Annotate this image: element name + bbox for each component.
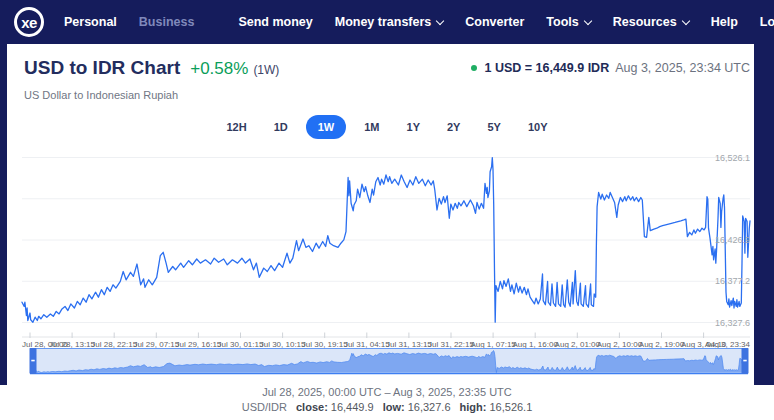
price-chart[interactable]: Jul 28, 00:00Jul 28, 13:15Jul 28, 22:15J… bbox=[0, 147, 774, 348]
nav-item-login[interactable]: Login bbox=[760, 15, 774, 29]
close-label: close: bbox=[296, 401, 328, 413]
range-button-1m[interactable]: 1M bbox=[355, 115, 388, 139]
range-button-1d[interactable]: 1D bbox=[265, 115, 297, 139]
range-button-1y[interactable]: 1Y bbox=[398, 115, 429, 139]
nav-item-resources-label: Resources bbox=[613, 15, 677, 29]
range-button-2y[interactable]: 2Y bbox=[438, 115, 469, 139]
chart-ohlc-summary: USD/IDR close:16,449.9 low:16,327.6 high… bbox=[0, 401, 774, 413]
x-axis-label: Aug 3, 23:34 bbox=[705, 340, 751, 348]
y-axis-label: 16,526.1 bbox=[715, 153, 750, 163]
page-subtitle: US Dollar to Indonesian Rupiah bbox=[24, 89, 178, 101]
live-rate-value: 1 USD = 16,449.9 IDR bbox=[484, 61, 609, 75]
xe-logo[interactable]: xe bbox=[14, 7, 44, 37]
live-rate-timestamp: Aug 3, 2025, 23:34 UTC bbox=[615, 61, 750, 75]
handle-grip-icon bbox=[31, 360, 34, 362]
x-axis-label: Jul 29, 16:15 bbox=[175, 340, 221, 348]
x-axis-label: Jul 30, 19:15 bbox=[302, 340, 348, 348]
nav-item-tools[interactable]: Tools bbox=[546, 15, 590, 29]
x-axis-label: Jul 31, 22:15 bbox=[428, 340, 474, 348]
nav-item-money-transfers[interactable]: Money transfers bbox=[335, 15, 444, 29]
close-value: 16,449.9 bbox=[331, 401, 374, 413]
handle-grip-icon bbox=[743, 360, 746, 362]
range-selector: 12H 1D 1W 1M 1Y 2Y 5Y 10Y bbox=[0, 113, 774, 141]
y-axis-label: 16,327.6 bbox=[715, 318, 750, 328]
x-axis-label: Jul 28, 13:15 bbox=[49, 340, 95, 348]
y-axis-label: 16,377.2 bbox=[715, 276, 750, 286]
nav-item-resources[interactable]: Resources bbox=[613, 15, 689, 29]
nav-item-tools-label: Tools bbox=[546, 15, 578, 29]
y-axis-label: 16,426.9 bbox=[715, 235, 750, 245]
live-rate: 1 USD = 16,449.9 IDR Aug 3, 2025, 23:34 … bbox=[471, 61, 750, 75]
chevron-down-icon bbox=[436, 16, 444, 24]
x-axis-label: Aug 2, 10:00 bbox=[597, 340, 643, 348]
chevron-down-icon bbox=[584, 16, 592, 24]
x-axis-label: Jul 30, 01:15 bbox=[218, 340, 264, 348]
low-label: low: bbox=[383, 401, 405, 413]
range-button-12h[interactable]: 12H bbox=[217, 115, 255, 139]
x-axis-label: Aug 1, 07:15 bbox=[470, 340, 516, 348]
nav-right-group: Help Login Register bbox=[711, 7, 774, 37]
x-axis-label: Aug 2, 01:00 bbox=[555, 340, 601, 348]
percent-change: +0.58% bbox=[190, 59, 248, 79]
live-dot-icon bbox=[471, 65, 477, 71]
x-axis-label: Jul 31, 13:15 bbox=[386, 340, 432, 348]
nav-item-personal[interactable]: Personal bbox=[64, 15, 117, 29]
range-button-5y[interactable]: 5Y bbox=[478, 115, 509, 139]
chart-date-range: Jul 28, 2025, 00:00 UTC – Aug 3, 2025, 2… bbox=[0, 386, 774, 398]
x-axis-label: Jul 29, 07:15 bbox=[133, 340, 179, 348]
nav-item-converter[interactable]: Converter bbox=[465, 15, 524, 29]
chevron-down-icon bbox=[681, 16, 689, 24]
nav-item-help[interactable]: Help bbox=[711, 15, 738, 29]
page-header: USD to IDR Chart +0.58% (1W) bbox=[24, 57, 279, 79]
high-label: high: bbox=[460, 401, 487, 413]
range-button-10y[interactable]: 10Y bbox=[519, 115, 557, 139]
x-axis-label: Aug 1, 16:00 bbox=[513, 340, 559, 348]
nav-item-business[interactable]: Business bbox=[139, 15, 195, 29]
high-value: 16,526.1 bbox=[489, 401, 532, 413]
page-background-edge bbox=[0, 44, 7, 385]
low-value: 16,327.6 bbox=[408, 401, 451, 413]
top-nav: xe Personal Business Send money Money tr… bbox=[0, 0, 774, 44]
x-axis-label: Jul 28, 22:15 bbox=[91, 340, 137, 348]
x-axis-label: Jul 30, 10:15 bbox=[260, 340, 306, 348]
nav-item-send-money[interactable]: Send money bbox=[238, 15, 312, 29]
change-period: (1W) bbox=[253, 63, 279, 77]
x-axis-label: Jul 31, 04:15 bbox=[344, 340, 390, 348]
nav-item-money-transfers-label: Money transfers bbox=[335, 15, 432, 29]
chart-navigator[interactable] bbox=[0, 348, 774, 375]
x-axis-label: Aug 2, 19:00 bbox=[639, 340, 685, 348]
page-title: USD to IDR Chart bbox=[24, 57, 180, 79]
pair-label: USD/IDR bbox=[242, 401, 287, 413]
range-button-1w[interactable]: 1W bbox=[306, 115, 347, 139]
page-background-edge bbox=[754, 44, 774, 385]
